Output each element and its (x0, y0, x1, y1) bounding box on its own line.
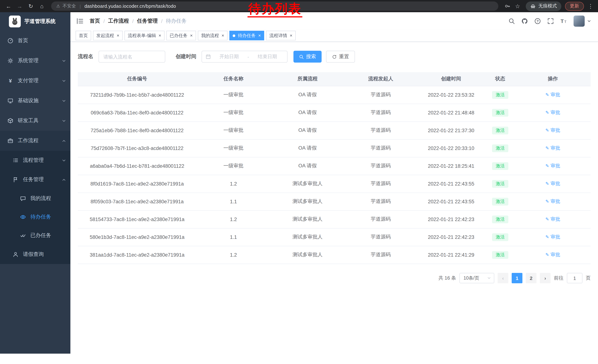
sidebar-item-label: 研发工具 (18, 117, 58, 124)
chevron-up-icon (62, 178, 66, 182)
next-page-button[interactable]: › (540, 273, 551, 283)
sidebar-item-my-process[interactable]: 我的流程 (0, 189, 70, 208)
cell-actions: ✎审批 (515, 228, 590, 246)
tab-my-process[interactable]: 我的流程× (198, 31, 227, 40)
approve-link[interactable]: ✎审批 (545, 109, 560, 116)
goto-page-input[interactable] (567, 273, 582, 283)
close-icon[interactable]: × (222, 33, 224, 38)
task-table: 任务编号 任务名称 所属流程 流程发起人 创建时间 状态 操作 73211d9d… (78, 72, 590, 264)
close-icon[interactable]: × (158, 33, 161, 38)
search-button[interactable]: 搜索 (293, 51, 322, 63)
browser-back-button[interactable]: ← (4, 1, 13, 11)
tab-initiate-process[interactable]: 发起流程× (93, 31, 123, 40)
sidebar-item-leave-query[interactable]: 请假查询 (0, 245, 70, 264)
sidebar-item-task-mgmt[interactable]: 任务管理 (0, 170, 70, 189)
github-icon[interactable] (521, 18, 528, 24)
workflow-submenu: 流程管理 任务管理 我的流程 待办任务 已办 (0, 151, 70, 264)
svg-text:T: T (561, 18, 564, 24)
approve-link[interactable]: ✎审批 (545, 162, 560, 169)
close-icon[interactable]: × (117, 33, 119, 38)
reset-button[interactable]: 重置 (326, 51, 355, 63)
sidebar-item-system[interactable]: 系统管理 (0, 51, 70, 71)
sidebar-item-home[interactable]: 首页 (0, 31, 70, 51)
page-1-button[interactable]: 1 (512, 273, 523, 283)
approve-link[interactable]: ✎审批 (545, 91, 560, 98)
tab-done-tasks[interactable]: 已办任务× (166, 31, 196, 40)
close-icon[interactable]: × (290, 33, 292, 38)
tab-todo-tasks[interactable]: 待办任务× (229, 31, 264, 40)
date-range-input[interactable]: 开始日期 - 结束日期 (201, 51, 288, 63)
sidebar-item-done-tasks[interactable]: 已办任务 (0, 226, 70, 245)
chevron-down-icon (62, 59, 66, 63)
fullscreen-icon[interactable] (547, 18, 554, 24)
incognito-badge: 无痕模式 (526, 1, 561, 11)
cell-actions: ✎审批 (515, 246, 590, 264)
close-icon[interactable]: × (190, 33, 193, 38)
tab-home[interactable]: 首页 (75, 31, 91, 40)
search-icon (299, 54, 304, 59)
sidebar-item-devtools[interactable]: 研发工具 (0, 111, 70, 131)
breadcrumb-workflow[interactable]: 工作流程 (108, 18, 129, 24)
edit-icon: ✎ (545, 252, 549, 257)
browser-forward-button[interactable]: → (15, 1, 25, 11)
approve-link[interactable]: ✎审批 (545, 145, 560, 152)
breadcrumb-task-mgmt[interactable]: 任务管理 (137, 18, 158, 24)
approve-link[interactable]: ✎审批 (545, 180, 560, 187)
avatar[interactable] (573, 15, 585, 26)
cell-actions: ✎审批 (515, 175, 590, 193)
tab-form-edit[interactable]: 流程表单-编辑× (125, 31, 165, 40)
incognito-label: 无痕模式 (538, 3, 557, 9)
list-icon (13, 157, 18, 163)
process-name-input[interactable] (99, 51, 165, 63)
avatar-caret-icon[interactable] (587, 19, 591, 23)
total-count: 共 16 条 (439, 275, 456, 281)
cell-created-time: 2022-01-21 22:42:23 (417, 228, 485, 246)
sidebar-item-label: 工作流程 (18, 138, 58, 144)
sidebar-item-infra[interactable]: 基础设施 (0, 91, 70, 111)
update-button[interactable]: 更新 (565, 2, 584, 11)
page-2-button[interactable]: 2 (526, 273, 537, 283)
sidebar-item-payment[interactable]: ¥ 支付管理 (0, 71, 70, 91)
sidebar-item-workflow[interactable]: 工作流程 (0, 131, 70, 151)
approve-link[interactable]: ✎审批 (545, 198, 560, 205)
sidebar-item-todo-tasks[interactable]: 待办任务 (0, 208, 70, 226)
app-logo[interactable]: 芋道管理系统 (0, 12, 70, 31)
sidebar-item-process-mgmt[interactable]: 流程管理 (0, 151, 70, 170)
page-size-select[interactable]: 10条/页 (459, 273, 494, 283)
bookmark-star-icon[interactable]: ☆ (513, 2, 522, 11)
chevron-down-icon (62, 79, 66, 83)
sidebar-item-label: 任务管理 (23, 176, 58, 183)
tab-process-detail[interactable]: 流程详情× (266, 31, 296, 40)
key-extension-icon[interactable] (503, 2, 512, 11)
edit-icon: ✎ (545, 235, 549, 240)
font-size-icon[interactable]: TT (560, 18, 567, 24)
approve-link[interactable]: ✎审批 (545, 234, 560, 240)
browser-home-button[interactable]: ⌂ (37, 1, 47, 11)
approve-link[interactable]: ✎审批 (545, 216, 560, 223)
approve-link[interactable]: ✎审批 (545, 127, 560, 134)
cell-process: OA 请假 (270, 121, 345, 139)
close-icon[interactable]: × (258, 33, 261, 38)
goto-label: 前往 (554, 275, 564, 281)
date-range-separator: - (248, 54, 249, 59)
browser-menu-icon[interactable]: ⋮ (587, 3, 594, 9)
cell-status: 激活 (485, 246, 515, 264)
person-icon (13, 251, 18, 257)
cell-task-id: 8f059c03-7ac8-11ec-a9e2-a2380e71991a (78, 193, 196, 210)
browser-reload-button[interactable]: ↻ (26, 1, 36, 11)
search-icon[interactable] (508, 18, 515, 24)
chat-icon (20, 195, 26, 202)
prev-page-button[interactable]: ‹ (498, 273, 508, 283)
breadcrumb-home[interactable]: 首页 (90, 18, 100, 24)
table-row: 580e1b3d-7ac8-11ec-a9e2-a2380e71991a 1.1… (78, 228, 590, 246)
sidebar-toggle-icon[interactable] (76, 17, 84, 25)
url-separator: | (80, 4, 81, 9)
cell-status: 激活 (485, 228, 515, 246)
cell-created-time: 2022-01-21 22:41:29 (417, 246, 485, 264)
tab-label: 我的流程 (201, 32, 219, 39)
help-icon[interactable]: ? (534, 18, 541, 24)
security-label[interactable]: 不安全 (63, 3, 76, 9)
url-text: dashboard.yudao.iocoder.cn/bpm/task/todo (84, 4, 176, 9)
approve-link[interactable]: ✎审批 (545, 251, 560, 258)
cell-task-name: 一级审批 (196, 139, 270, 157)
